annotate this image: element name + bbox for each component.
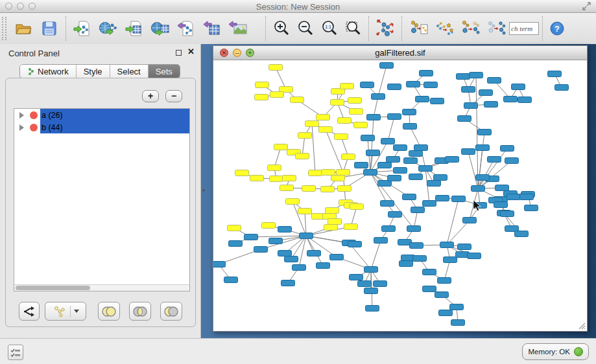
remove-set-button[interactable]: − <box>165 90 182 102</box>
set-row-b[interactable]: b (44) <box>14 121 189 133</box>
graph-node[interactable] <box>378 163 392 168</box>
graph-node[interactable] <box>292 265 306 271</box>
graph-node[interactable] <box>235 170 249 176</box>
graph-node[interactable] <box>338 186 352 192</box>
graph-node[interactable] <box>462 149 475 155</box>
open-session-button[interactable] <box>10 15 36 42</box>
tab-sets[interactable]: Sets <box>149 65 180 78</box>
graph-node[interactable] <box>381 139 395 144</box>
tab-select[interactable]: Select <box>110 65 149 78</box>
graph-node[interactable] <box>434 175 447 181</box>
close-panel-icon[interactable]: ✕ <box>187 47 195 56</box>
graph-node[interactable] <box>431 98 444 104</box>
import-table-file-button[interactable] <box>121 15 147 42</box>
dropdown-caret-icon[interactable] <box>74 310 79 313</box>
graph-node[interactable] <box>463 218 477 223</box>
graph-node[interactable] <box>414 145 428 151</box>
graph-node[interactable] <box>423 286 436 292</box>
graph-node[interactable] <box>399 261 413 267</box>
import-table-url-button[interactable] <box>147 15 173 42</box>
horizontal-scrollbar[interactable] <box>14 284 190 291</box>
export-table-button[interactable] <box>199 15 225 42</box>
graph-node[interactable] <box>255 95 268 100</box>
apply-layout-button[interactable] <box>372 15 398 42</box>
graph-node[interactable] <box>330 255 344 260</box>
graph-node[interactable] <box>468 253 481 259</box>
graph-node[interactable] <box>335 134 348 140</box>
graph-node[interactable] <box>224 277 238 283</box>
difference-sets-button[interactable] <box>160 302 182 321</box>
graph-node[interactable] <box>419 166 433 172</box>
graph-node[interactable] <box>411 207 425 213</box>
graph-node[interactable] <box>450 304 464 310</box>
graph-node[interactable] <box>269 238 283 244</box>
graph-node[interactable] <box>427 181 441 187</box>
graph-node[interactable] <box>281 280 295 286</box>
graph-node[interactable] <box>462 87 475 93</box>
graph-node[interactable] <box>350 109 363 115</box>
graph-node[interactable] <box>361 135 375 141</box>
add-set-button[interactable]: + <box>142 90 159 102</box>
create-set-menu-button[interactable] <box>45 302 86 321</box>
graph-node[interactable] <box>298 209 312 214</box>
graph-node[interactable] <box>424 82 438 88</box>
graph-node[interactable] <box>366 306 379 312</box>
graph-node[interactable] <box>518 97 532 103</box>
graph-node[interactable] <box>416 97 429 102</box>
save-session-button[interactable] <box>36 15 62 42</box>
zoom-actual-size-button[interactable]: 1:1 <box>317 15 341 42</box>
graph-node[interactable] <box>305 121 319 127</box>
graph-node[interactable] <box>316 115 330 120</box>
zoom-in-button[interactable] <box>269 15 293 42</box>
graph-node[interactable] <box>307 251 321 256</box>
memory-status-button[interactable]: Memory: OK <box>522 343 589 360</box>
graph-node[interactable] <box>457 74 470 80</box>
import-network-url-button[interactable] <box>95 15 121 42</box>
graph-node[interactable] <box>388 212 402 218</box>
graph-node[interactable] <box>444 257 457 263</box>
graph-node[interactable] <box>274 144 288 150</box>
graph-node[interactable] <box>470 73 483 78</box>
graph-node[interactable] <box>344 224 358 230</box>
graph-node[interactable] <box>388 176 401 181</box>
graph-node[interactable] <box>291 97 304 103</box>
graph-node[interactable] <box>296 154 309 159</box>
graph-node[interactable] <box>354 122 368 128</box>
graph-node[interactable] <box>337 170 350 176</box>
search-input[interactable]: ch term <box>509 22 539 35</box>
graph-node[interactable] <box>250 176 264 181</box>
intersect-sets-button[interactable] <box>129 302 151 321</box>
graph-node[interactable] <box>478 130 492 135</box>
graph-node[interactable] <box>484 102 498 108</box>
network-canvas[interactable] <box>213 60 587 331</box>
graph-node[interactable] <box>423 269 436 275</box>
graph-node[interactable] <box>355 163 368 168</box>
graph-node[interactable] <box>439 310 453 316</box>
graph-node[interactable] <box>372 94 385 100</box>
graph-node[interactable] <box>409 174 423 180</box>
graph-node[interactable] <box>505 158 519 164</box>
graph-node[interactable] <box>440 242 454 248</box>
graph-node[interactable] <box>316 263 330 269</box>
graph-node[interactable] <box>286 199 300 205</box>
graph-node[interactable] <box>488 157 501 163</box>
graph-node[interactable] <box>298 133 312 139</box>
expand-triangle-icon[interactable] <box>19 112 24 119</box>
splitter-collapse-handle[interactable]: ◂ <box>202 187 205 193</box>
graph-node[interactable] <box>388 84 401 90</box>
graph-node[interactable] <box>350 275 363 280</box>
zoom-out-button[interactable] <box>293 15 317 42</box>
graph-node[interactable] <box>479 90 493 96</box>
graph-node[interactable] <box>348 98 362 104</box>
graph-node[interactable] <box>410 243 423 249</box>
graph-node[interactable] <box>476 175 490 181</box>
graph-node[interactable] <box>381 201 394 207</box>
graph-node[interactable] <box>382 226 396 232</box>
graph-node[interactable] <box>340 84 354 89</box>
graph-node[interactable] <box>374 238 388 244</box>
graph-node[interactable] <box>458 116 471 122</box>
graph-node[interactable] <box>403 109 416 115</box>
graph-node[interactable] <box>501 211 514 217</box>
graph-node[interactable] <box>436 196 449 201</box>
graph-node[interactable] <box>476 145 490 151</box>
